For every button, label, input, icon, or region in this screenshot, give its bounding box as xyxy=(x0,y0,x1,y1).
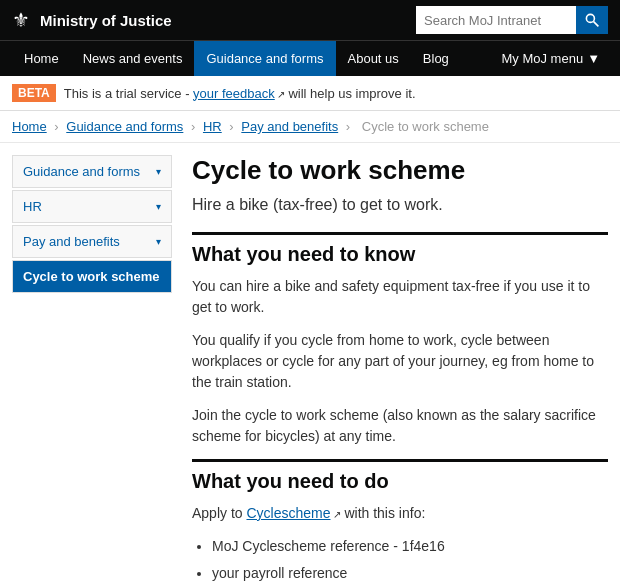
header-brand: ⚜ Ministry of Justice xyxy=(12,8,172,32)
chevron-icon-pay: ▾ xyxy=(156,236,161,247)
sidebar-link-hr[interactable]: HR ▾ xyxy=(13,191,171,222)
beta-text: This is a trial service - your feedback↗… xyxy=(64,86,416,101)
search-button[interactable] xyxy=(576,6,608,34)
feedback-link[interactable]: your feedback xyxy=(193,86,275,101)
svg-point-0 xyxy=(586,14,594,22)
site-header: ⚜ Ministry of Justice xyxy=(0,0,620,40)
breadcrumb-guidance[interactable]: Guidance and forms xyxy=(66,119,183,134)
breadcrumb-current: Cycle to work scheme xyxy=(362,119,489,134)
nav-items: Home News and events Guidance and forms … xyxy=(12,41,461,76)
paragraph-1: You can hire a bike and safety equipment… xyxy=(192,276,608,318)
nav-guidance-forms[interactable]: Guidance and forms xyxy=(194,41,335,76)
breadcrumb-pay-benefits[interactable]: Pay and benefits xyxy=(241,119,338,134)
page-subtitle: Hire a bike (tax-free) to get to work. xyxy=(192,196,608,214)
cyclescheme-link[interactable]: Cyclescheme xyxy=(246,505,330,521)
main-layout: Guidance and forms ▾ HR ▾ Pay and benefi… xyxy=(0,143,620,582)
paragraph-3: Join the cycle to work scheme (also know… xyxy=(192,405,608,447)
section2-title: What you need to do xyxy=(192,459,608,493)
sidebar-item-pay-benefits: Pay and benefits ▾ xyxy=(12,225,172,258)
list-item: your payroll reference xyxy=(212,563,608,582)
section1-title: What you need to know xyxy=(192,232,608,266)
main-nav: Home News and events Guidance and forms … xyxy=(0,40,620,76)
search-bar xyxy=(416,6,608,34)
sidebar-item-guidance-forms: Guidance and forms ▾ xyxy=(12,155,172,188)
sidebar-item-hr: HR ▾ xyxy=(12,190,172,223)
chevron-icon-hr: ▾ xyxy=(156,201,161,212)
beta-badge: BETA xyxy=(12,84,56,102)
nav-home[interactable]: Home xyxy=(12,41,71,76)
breadcrumb-home[interactable]: Home xyxy=(12,119,47,134)
nav-about-us[interactable]: About us xyxy=(336,41,411,76)
page-title: Cycle to work scheme xyxy=(192,155,608,186)
search-input[interactable] xyxy=(416,6,576,34)
apply-info: Apply to Cyclescheme↗ with this info: xyxy=(192,503,608,524)
breadcrumb-sep-2: › xyxy=(191,119,195,134)
sidebar-link-pay-benefits[interactable]: Pay and benefits ▾ xyxy=(13,226,171,257)
my-moj-menu[interactable]: My MoJ menu ▼ xyxy=(493,41,608,76)
external-link-icon: ↗ xyxy=(277,89,285,100)
chevron-icon-guidance: ▾ xyxy=(156,166,161,177)
breadcrumb-sep-3: › xyxy=(229,119,233,134)
site-title: Ministry of Justice xyxy=(40,12,172,29)
requirements-list: MoJ Cyclescheme reference - 1f4e16 your … xyxy=(212,536,608,582)
sidebar-link-cycle-work[interactable]: Cycle to work scheme xyxy=(13,261,171,292)
search-icon xyxy=(584,12,600,28)
paragraph-2: You qualify if you cycle from home to wo… xyxy=(192,330,608,393)
sidebar: Guidance and forms ▾ HR ▾ Pay and benefi… xyxy=(12,155,172,582)
sidebar-link-guidance-forms[interactable]: Guidance and forms ▾ xyxy=(13,156,171,187)
sidebar-item-cycle-work: Cycle to work scheme xyxy=(12,260,172,293)
chevron-down-icon: ▼ xyxy=(587,51,600,66)
breadcrumb: Home › Guidance and forms › HR › Pay and… xyxy=(0,111,620,143)
list-item: MoJ Cyclescheme reference - 1f4e16 xyxy=(212,536,608,557)
svg-line-1 xyxy=(594,22,599,27)
breadcrumb-sep-1: › xyxy=(54,119,58,134)
crown-logo-icon: ⚜ xyxy=(12,8,30,32)
breadcrumb-hr[interactable]: HR xyxy=(203,119,222,134)
nav-news-events[interactable]: News and events xyxy=(71,41,195,76)
breadcrumb-sep-4: › xyxy=(346,119,350,134)
nav-blog[interactable]: Blog xyxy=(411,41,461,76)
main-content: Cycle to work scheme Hire a bike (tax-fr… xyxy=(192,155,608,582)
cyclescheme-external-icon: ↗ xyxy=(333,509,341,520)
beta-banner: BETA This is a trial service - your feed… xyxy=(0,76,620,111)
